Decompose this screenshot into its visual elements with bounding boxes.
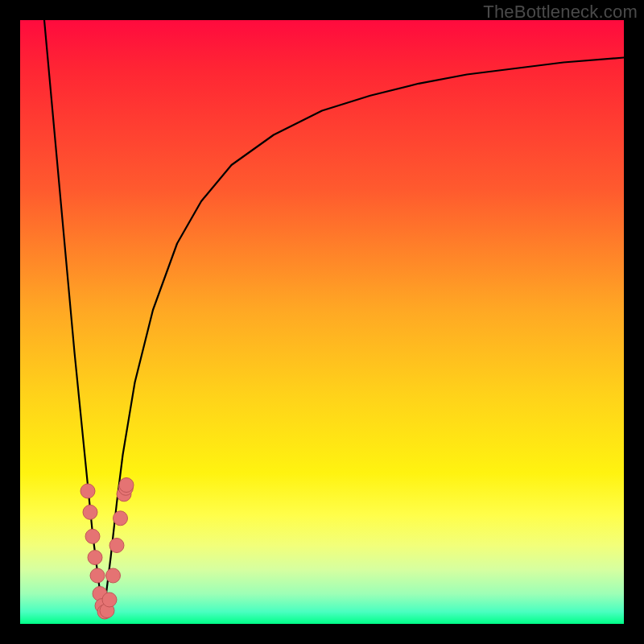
data-point [102, 592, 117, 607]
curve-left-branch [44, 20, 104, 615]
data-point [88, 551, 102, 565]
chart-plot-area [20, 20, 624, 624]
data-point [106, 568, 121, 583]
curve-right-branch [104, 58, 625, 615]
chart-frame: TheBottleneck.com [0, 0, 644, 644]
chart-svg [20, 20, 624, 624]
data-point [85, 529, 100, 543]
data-point [90, 568, 105, 583]
data-point [80, 484, 95, 498]
data-point [109, 539, 124, 553]
curve-group [44, 20, 624, 615]
data-point [83, 505, 97, 519]
data-point [114, 511, 128, 526]
watermark-label: TheBottleneck.com [483, 2, 638, 23]
data-point [119, 478, 134, 493]
